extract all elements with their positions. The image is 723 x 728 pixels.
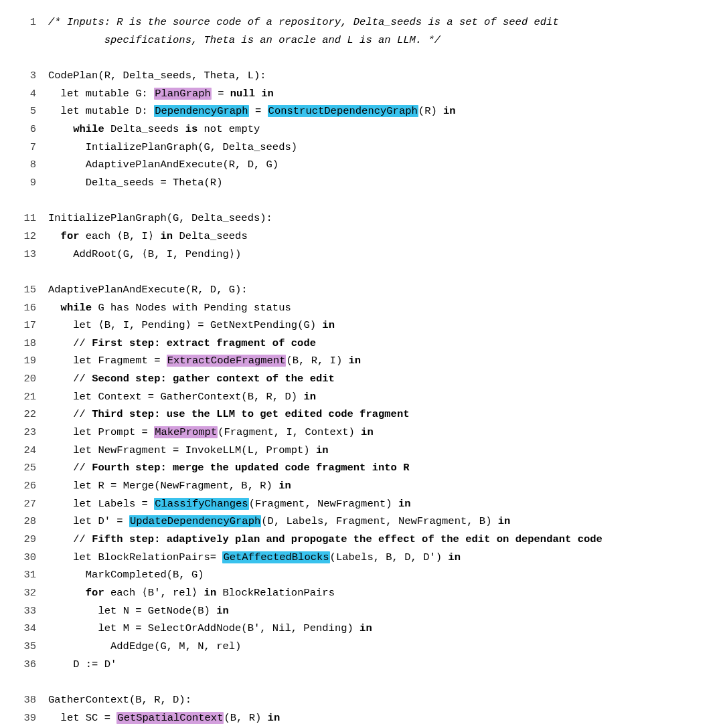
- code-fragment: //: [73, 462, 92, 474]
- code-fragment: for: [61, 230, 80, 242]
- code-line: 18 // First step: extract fragment of co…: [19, 335, 704, 353]
- code-line: 29 // Fifth step: adaptively plan and pr…: [19, 531, 704, 549]
- code-fragment: ExtractCodeFragment: [167, 355, 287, 367]
- line-number: 8: [19, 156, 36, 174]
- code-fragment: let ⟨B, I, Pending⟩ = GetNextPending(G): [73, 319, 322, 331]
- code-fragment: AdaptivePlanAndExecute(R, D, G):: [48, 284, 248, 296]
- code-fragment: GetAffectedBlocks: [222, 551, 329, 563]
- code-fragment: GetSpatialContext: [116, 712, 224, 724]
- code-line: 39 let SC = GetSpatialContext(B, R) in: [19, 709, 704, 727]
- code-fragment: BlockRelationPairs: [216, 587, 335, 599]
- line-number: 11: [19, 209, 36, 227]
- line-number: 7: [19, 139, 36, 157]
- code-fragment: in: [278, 480, 291, 492]
- code-fragment: AddEdge(G, M, N, rel): [110, 640, 241, 652]
- code-fragment: in: [161, 230, 173, 242]
- code-fragment: (B, R): [224, 712, 267, 724]
- code-fragment: null in: [230, 88, 274, 100]
- code-line: 21 let Context = GatherContext(B, R, D) …: [19, 388, 704, 406]
- code-line: 8 AdaptivePlanAndExecute(R, D, G): [19, 156, 704, 174]
- code-fragment: in: [359, 622, 372, 634]
- code-line: 17 let ⟨B, I, Pending⟩ = GetNextPending(…: [19, 316, 704, 335]
- line-number: 38: [19, 691, 36, 709]
- line-number: 32: [19, 584, 36, 602]
- code-fragment: is: [185, 123, 198, 135]
- code-fragment: in: [349, 355, 362, 367]
- code-line: 28 let D' = UpdateDependencyGraph(D, Lab…: [19, 513, 704, 531]
- code-fragment: Fifth step: adaptively plan and propogat…: [92, 533, 602, 545]
- line-number: 34: [19, 620, 36, 638]
- line-number: 25: [19, 459, 36, 477]
- code-fragment: (D, Labels, Fragment, NewFragment, B): [261, 515, 497, 527]
- code-fragment: in: [204, 587, 217, 599]
- line-number: 15: [19, 281, 36, 299]
- code-fragment: (B, R, I): [286, 355, 348, 367]
- code-fragment: //: [73, 533, 92, 545]
- code-fragment: /* Inputs: R is the source code of a rep…: [48, 16, 559, 28]
- code-line: specifications, Theta is an oracle and L…: [19, 31, 704, 50]
- line-number: 18: [19, 335, 36, 353]
- code-fragment: Delta_seeds: [173, 230, 248, 242]
- code-line: 22 // Third step: use the LLM to get edi…: [19, 405, 704, 424]
- code-line: 7 IntializePlanGraph(G, Delta_seeds): [19, 139, 704, 157]
- code-line: 31 MarkCompleted(B, G): [19, 566, 704, 584]
- line-number: 26: [19, 477, 36, 495]
- code-fragment: in: [268, 712, 280, 724]
- code-fragment: //: [73, 337, 92, 349]
- code-fragment: let mutable D:: [61, 105, 155, 117]
- code-fragment: PlanGraph: [154, 88, 212, 100]
- code-fragment: let Labels =: [73, 498, 154, 510]
- code-line: 13 AddRoot(G, ⟨B, I, Pending⟩): [19, 246, 704, 264]
- code-line: 36 D := D': [19, 656, 704, 674]
- code-fragment: let SC =: [61, 712, 117, 724]
- code-fragment: First step: extract fragment of code: [92, 337, 316, 349]
- code-fragment: GatherContext(B, R, D):: [48, 694, 191, 706]
- code-fragment: in: [498, 515, 511, 527]
- code-fragment: AddRoot(G, ⟨B, I, Pending⟩): [73, 248, 241, 260]
- code-fragment: (Fragment, I, Context): [218, 426, 361, 438]
- code-fragment: MakePrompt: [154, 426, 218, 438]
- code-fragment: Delta_seeds = Theta(R): [86, 177, 223, 189]
- code-line: 32 for each ⟨B′, rel⟩ in BlockRelationPa…: [19, 584, 704, 602]
- code-fragment: let Context = GatherContext(B, R, D): [73, 391, 303, 403]
- line-number: 30: [19, 549, 36, 567]
- code-fragment: let Fragmemt =: [73, 355, 167, 367]
- line-number: 9: [19, 174, 36, 192]
- line-number: 27: [19, 495, 36, 513]
- code-fragment: let mutable G:: [61, 88, 155, 100]
- line-number: 21: [19, 388, 36, 406]
- code-fragment: in: [316, 444, 329, 456]
- code-fragment: let R = Merge(NewFragment, B, R): [73, 480, 278, 492]
- code-line: 25 // Fourth step: merge the updated cod…: [19, 459, 704, 477]
- code-fragment: Delta_seeds: [104, 123, 185, 135]
- code-fragment: let Prompt =: [73, 426, 154, 438]
- code-fragment: Third step: use the LLM to get edited co…: [92, 408, 409, 420]
- code-fragment: AdaptivePlanAndExecute(R, D, G): [86, 159, 278, 171]
- code-fragment: //: [73, 373, 92, 385]
- code-fragment: in: [216, 605, 229, 617]
- code-fragment: (Labels, B, D, D'): [330, 551, 449, 563]
- code-fragment: each ⟨B, I⟩: [80, 230, 161, 242]
- line-number: 4: [19, 85, 36, 103]
- line-number: 6: [19, 120, 36, 139]
- line-number: 35: [19, 638, 36, 656]
- code-fragment: specifications, Theta is an oracle and L…: [104, 34, 440, 46]
- code-fragment: InitializePlanGraph(G, Delta_seeds):: [48, 212, 272, 224]
- line-number: 19: [19, 352, 36, 370]
- code-line: 27 let Labels = ClassifyChanges(Fragment…: [19, 495, 704, 513]
- code-fragment: (Fragment, NewFragment): [249, 498, 398, 510]
- code-fragment: let BlockRelationPairs=: [73, 551, 222, 563]
- code-line: 38GatherContext(B, R, D):: [19, 691, 704, 709]
- code-fragment: D := D': [73, 658, 116, 670]
- code-line: 12 for each ⟨B, I⟩ in Delta_seeds: [19, 227, 704, 246]
- code-line: 33 let N = GetNode(B) in: [19, 602, 704, 620]
- code-line: [19, 192, 704, 210]
- code-fragment: while: [61, 302, 92, 314]
- code-fragment: while: [73, 123, 104, 135]
- code-fragment: ClassifyChanges: [154, 498, 249, 510]
- code-fragment: let M = SelectOrAddNode(B', Nil, Pending…: [98, 622, 359, 634]
- code-line: 4 let mutable G: PlanGraph = null in: [19, 85, 704, 103]
- code-line: 26 let R = Merge(NewFragment, B, R) in: [19, 477, 704, 495]
- code-fragment: IntializePlanGraph(G, Delta_seeds): [86, 141, 297, 153]
- code-line: 11InitializePlanGraph(G, Delta_seeds):: [19, 209, 704, 227]
